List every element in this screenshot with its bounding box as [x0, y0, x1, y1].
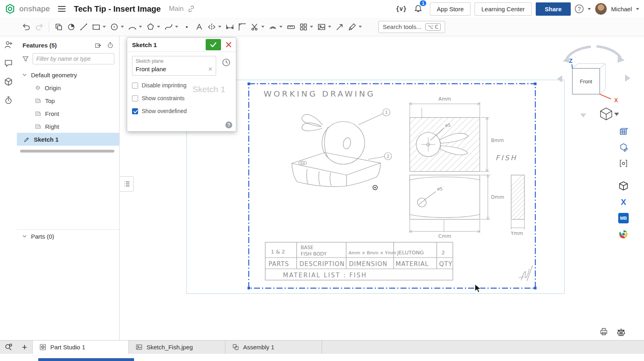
tree-item-sketch-1[interactable]: Sketch 1: [17, 133, 119, 146]
print-icon[interactable]: [599, 327, 609, 336]
help-caret-icon[interactable]: [588, 8, 591, 10]
copy-icon[interactable]: [53, 21, 64, 33]
use-project-icon[interactable]: [66, 21, 77, 33]
rollback-clock-icon[interactable]: [221, 58, 231, 67]
view-mode-caret-icon[interactable]: [614, 113, 619, 116]
add-tab-button[interactable]: +: [17, 340, 32, 354]
arc-tool-icon[interactable]: [127, 21, 138, 33]
scale-balance-icon[interactable]: [616, 327, 626, 337]
bracket-cube-icon[interactable]: [618, 158, 629, 169]
checkbox-icon[interactable]: [132, 108, 138, 114]
user-menu-caret-icon[interactable]: [636, 8, 639, 10]
checkbox-icon[interactable]: [132, 95, 138, 101]
line-tool-icon[interactable]: [78, 21, 89, 33]
grid-cube-icon[interactable]: [618, 126, 629, 137]
cancel-button[interactable]: [223, 39, 235, 50]
x-app-icon[interactable]: X: [618, 196, 629, 208]
pattern-tool-icon[interactable]: [298, 21, 309, 33]
sketch-plane-field[interactable]: Sketch plane Front plane: [132, 56, 216, 76]
arc-tool-caret-icon[interactable]: [139, 26, 142, 28]
hamburger-menu-icon[interactable]: [58, 6, 66, 12]
tab-sketch-fish-jpeg[interactable]: Sketch_Fish.jpeg: [129, 340, 225, 354]
history-stopwatch-icon[interactable]: [3, 95, 14, 105]
undo-icon[interactable]: [21, 21, 32, 33]
tree-item-default-geometry[interactable]: Default geometry: [17, 68, 119, 81]
tree-item-front-plane[interactable]: Front: [17, 107, 119, 120]
style-pen-icon[interactable]: [347, 21, 358, 33]
inserted-image-sketch[interactable]: WORKING DRAWING 1 2 ø5 ø5 Amm Bmm Dmm Cm…: [186, 80, 565, 294]
spline-tool-icon[interactable]: [163, 21, 174, 33]
view-cube[interactable]: Front Z X: [555, 40, 632, 121]
fillet-tool-icon[interactable]: [237, 21, 248, 33]
checkbox-show-constraints[interactable]: Show constraints: [132, 95, 231, 101]
tab-part-studio-1[interactable]: Part Studio 1: [32, 340, 129, 354]
popout-panel-icon[interactable]: [94, 41, 102, 49]
chevron-down-icon[interactable]: [22, 72, 27, 78]
app-store-button[interactable]: App Store: [430, 2, 471, 16]
checkbox-icon[interactable]: [132, 83, 138, 89]
learning-center-button[interactable]: Learning Center: [475, 2, 532, 16]
workspace-name[interactable]: Main: [169, 5, 184, 13]
insert-image-tool-icon[interactable]: [316, 21, 327, 33]
measure-icon[interactable]: [285, 21, 297, 33]
style-pen-caret-icon[interactable]: [359, 26, 362, 28]
tree-item-origin[interactable]: Origin: [17, 81, 119, 94]
polygon-tool-icon[interactable]: [145, 21, 156, 33]
globe-app-icon[interactable]: [618, 229, 629, 240]
offset-tool-icon[interactable]: [267, 21, 279, 33]
clear-selection-icon[interactable]: [208, 67, 213, 71]
spline-tool-caret-icon[interactable]: [175, 26, 178, 28]
parts-label: Parts (0): [31, 233, 54, 240]
share-button[interactable]: Share: [536, 2, 571, 16]
redo-icon[interactable]: [33, 21, 45, 33]
search-tabs-icon[interactable]: [0, 340, 17, 354]
share-link-icon[interactable]: [188, 5, 195, 12]
parts-cube-icon[interactable]: [3, 76, 14, 87]
transform-tool-icon[interactable]: [334, 21, 345, 33]
mb-app-icon[interactable]: MB: [618, 212, 629, 224]
tree-item-right-plane[interactable]: Right: [17, 120, 119, 133]
user-name[interactable]: Michael: [611, 6, 632, 12]
help-icon[interactable]: ?: [575, 4, 584, 13]
onshape-logo-icon[interactable]: [5, 4, 15, 14]
rollback-bar[interactable]: [20, 150, 114, 153]
edit-part-icon[interactable]: [618, 142, 629, 153]
mirror-tool-icon[interactable]: [206, 21, 217, 33]
pencil-sketch-icon: [23, 136, 30, 143]
filter-input[interactable]: [33, 53, 114, 64]
comments-icon[interactable]: [3, 58, 14, 68]
notifications-bell[interactable]: 1: [414, 4, 423, 14]
insert-image-tool-caret-icon[interactable]: [328, 26, 331, 28]
tree-item-top-plane[interactable]: Top: [17, 94, 119, 107]
checkbox-disable-imprinting[interactable]: Disable imprinting: [132, 82, 231, 89]
feature-list-flyout-handle[interactable]: [120, 176, 134, 192]
accept-button[interactable]: [206, 39, 221, 50]
mirror-tool-caret-icon[interactable]: [218, 26, 221, 28]
tree-item-parts[interactable]: Parts (0): [17, 230, 119, 243]
follow-mode-icon[interactable]: [3, 39, 14, 50]
dimension-tool-icon[interactable]: [224, 21, 235, 33]
point-tool-icon[interactable]: [181, 21, 192, 33]
versions-icon[interactable]: {v}: [396, 5, 407, 12]
image-center-point[interactable]: [373, 186, 378, 190]
view-mode-cube-icon[interactable]: [601, 108, 612, 120]
rectangle-tool-caret-icon[interactable]: [103, 26, 106, 28]
tab-assembly-1[interactable]: Assembly 1: [225, 340, 322, 354]
chevron-down-icon[interactable]: [22, 233, 27, 239]
user-avatar[interactable]: [595, 3, 607, 15]
text-tool-icon[interactable]: [194, 21, 205, 33]
circle-tool-caret-icon[interactable]: [121, 26, 124, 28]
offset-tool-caret-icon[interactable]: [279, 26, 283, 28]
circle-tool-icon[interactable]: [109, 21, 120, 33]
rollback-history-icon[interactable]: [106, 41, 114, 49]
pattern-tool-caret-icon[interactable]: [310, 26, 313, 28]
dialog-help-icon[interactable]: ?: [225, 122, 232, 128]
trim-tool-caret-icon[interactable]: [261, 26, 264, 28]
polygon-tool-caret-icon[interactable]: [157, 26, 160, 28]
wireframe-cube-icon[interactable]: [618, 180, 629, 192]
image-selection-border[interactable]: [248, 83, 537, 289]
trim-tool-icon[interactable]: [249, 21, 260, 33]
rectangle-tool-icon[interactable]: [91, 21, 102, 33]
search-tools-box[interactable]: Search tools... ⌥ C: [378, 21, 445, 33]
checkbox-show-overdefined[interactable]: Show overdefined: [132, 108, 231, 114]
